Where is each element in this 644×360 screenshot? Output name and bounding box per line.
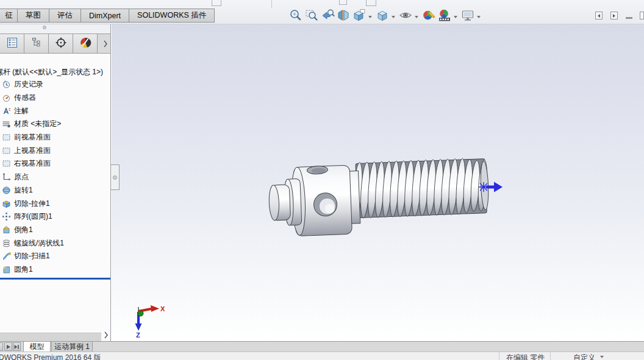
editing-status-text: 在编辑 零件 [506,353,545,360]
panel-flyout-arrow[interactable] [101,34,110,53]
tree-item-chamfer1[interactable]: 倒角1 [0,224,110,237]
dropdown-arrow-icon[interactable] [415,16,418,18]
tree-item-label: 右视基准面 [14,158,51,169]
screw-model[interactable] [268,157,491,237]
graphics-area[interactable]: X Z [112,24,644,341]
heads-up-view-toolbar [288,8,483,24]
dropdown-arrow-icon[interactable] [392,16,395,18]
annotation-icon [2,107,11,116]
clipped-menubar-icon [366,0,376,6]
featuremanager-panel: 螺杆 (默认<<默认>_显示状态 1>) 历史记录 传感器 注解 材质 <未指定… [0,24,111,341]
tab-dimxpert[interactable]: DimXpert [80,9,129,23]
panel-splitter-handle[interactable] [111,164,120,190]
tree-item-front-plane[interactable]: 前视基准面 [0,131,110,144]
dropdown-arrow-icon[interactable] [600,356,604,358]
edit-appearance-button[interactable] [421,9,437,24]
nav-next-button[interactable] [4,342,12,351]
hide-show-items-button[interactable] [398,9,413,24]
chevron-right-icon [103,40,108,48]
tree-item-fillet1[interactable]: 圆角1 [0,263,110,277]
apply-scene-button[interactable] [437,9,453,24]
tab-dimxpert-manager[interactable] [73,34,98,53]
status-separator [550,352,551,360]
view-orientation-button[interactable] [351,9,367,24]
tree-item-history[interactable]: 历史记录 [0,78,110,91]
propertymanager-icon [30,37,43,50]
tree-item-label: 螺旋线/涡状线1 [14,238,64,249]
motion-study-tab[interactable]: 运动算例 1 [51,342,93,352]
tab-label: 评估 [57,10,73,21]
panel-splitter-top[interactable] [0,24,110,34]
clipped-menubar-icon [212,0,221,6]
tree-item-annotations[interactable]: 注解 [0,104,110,118]
view-settings-button[interactable] [460,9,476,24]
nav-first-button[interactable] [0,342,3,351]
tree-item-origin[interactable]: 原点 [0,171,110,184]
x-axis-arrowhead [151,305,159,312]
tree-item-label: 阵列(圆周)1 [14,211,52,222]
tab-label: 草图 [26,10,41,21]
tab-propertymanager[interactable] [24,34,49,53]
apply-scene-icon [437,8,452,24]
splitter-dot-icon [43,26,46,29]
tree-item-label: 倒角1 [14,225,33,235]
part-title[interactable]: 螺杆 (默认<<默认>_显示状态 1>) [0,66,110,78]
panel-horizontal-scrollbar[interactable] [0,333,101,341]
tab-featuremanager-tree[interactable] [0,34,24,53]
x-axis-label: X [160,305,165,312]
tree-item-revolve1[interactable]: 旋转1 [0,184,110,197]
solidworks-window: { "ribbon": { "tabs": [ {"label": "征"}, … [0,0,644,360]
zoom-fit-button[interactable] [288,9,304,24]
dropdown-arrow-icon[interactable] [477,16,481,18]
tree-item-cut-extrude1[interactable]: 切除-拉伸1 [0,197,110,210]
chevron-right-icon [104,331,109,339]
tree-item-helix1[interactable]: 螺旋线/涡状线1 [0,236,110,250]
tree-item-cut-sweep1[interactable]: 切除-扫描1 [0,250,110,263]
z-axis-arrowhead [135,323,142,331]
collapse-right-button[interactable] [610,12,618,19]
configuration-manager-icon [55,37,67,50]
clipped-menubar-icon [339,0,347,5]
section-view-button[interactable] [335,9,351,24]
dropdown-arrow-icon[interactable] [368,16,372,18]
zoom-fit-icon [288,8,303,24]
clipped-corner-button[interactable] [640,12,644,19]
panel-bottom-flyout-arrow[interactable] [104,331,109,341]
tab-configuration-manager[interactable] [49,34,73,53]
tab-sketch[interactable]: 草图 [17,9,49,23]
display-style-button[interactable] [374,9,390,24]
zoom-area-button[interactable] [304,9,320,24]
menubar-divider [271,0,272,8]
nav-last-button[interactable] [13,342,21,351]
tab-features[interactable]: 征 [0,9,18,23]
material-icon [2,119,11,129]
plane-icon [2,133,11,142]
tab-solidworks-addins[interactable]: SOLIDWORKS 插件 [129,9,215,23]
tree-item-top-plane[interactable]: 上视基准面 [0,144,110,157]
helix-icon [2,239,11,248]
tree-item-material[interactable]: 材质 <未指定> [0,118,110,131]
tree-item-label: 切除-拉伸1 [14,199,50,209]
section-view-icon [336,8,351,24]
tree-item-sensors[interactable]: 传感器 [0,91,110,105]
previous-view-button[interactable] [320,9,335,24]
edit-appearance-icon [421,8,436,24]
left-arrow-icon [598,14,600,18]
circular-pattern-icon [2,212,11,221]
minimize-icon[interactable] [626,17,632,19]
tree-item-circular-pattern1[interactable]: 阵列(圆周)1 [0,210,110,224]
tree-item-label: 上视基准面 [14,146,51,156]
collapse-left-button[interactable] [595,12,603,19]
dropdown-arrow-icon[interactable] [454,16,457,18]
cut-extrude-icon [2,199,11,208]
model-tab[interactable]: 模型 [23,342,51,352]
rollback-bar[interactable] [0,278,110,280]
customize-menu[interactable]: 自定义 [573,353,595,360]
tree-item-right-plane[interactable]: 右视基准面 [0,157,110,171]
tree-item-label: 历史记录 [14,79,43,90]
revolve-icon [2,186,11,195]
viewport-canvas[interactable]: X Z [112,24,644,341]
tab-evaluate[interactable]: 评估 [49,9,81,23]
play-to-end-icon [14,344,20,350]
tab-label: SOLIDWORKS 插件 [137,10,206,21]
